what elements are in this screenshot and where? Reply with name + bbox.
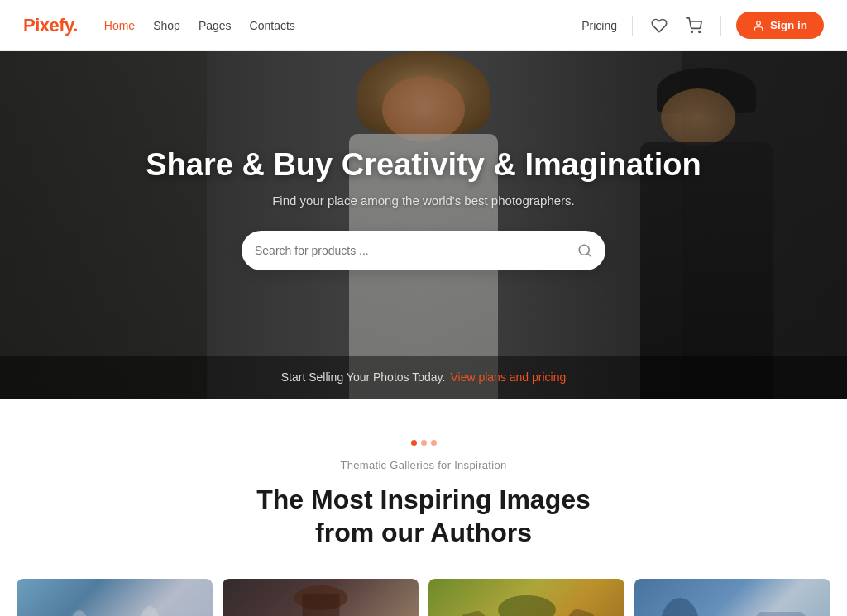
- signin-label: Sign in: [770, 19, 807, 31]
- hero-title: Share & Buy Creativity & Imagination: [146, 146, 701, 184]
- gallery-title-line2: from our Authors: [315, 518, 532, 547]
- main-nav: Home Shop Pages Contacts: [104, 19, 295, 32]
- gallery-card-travel-overlay: [634, 579, 830, 616]
- pricing-link[interactable]: Pricing: [581, 19, 617, 32]
- header-right: Pricing Sign in: [581, 12, 824, 39]
- gallery-title-line1: The Most Inspiring Images: [256, 485, 591, 514]
- header-divider-2: [720, 16, 721, 36]
- svg-point-0: [691, 31, 693, 32]
- signin-button[interactable]: Sign in: [736, 12, 824, 39]
- dot-2: [421, 440, 427, 446]
- user-icon: [753, 20, 764, 31]
- search-icon: [577, 243, 592, 258]
- cart-button[interactable]: [682, 14, 706, 37]
- gallery-card-fashion-overlay: [223, 579, 419, 616]
- logo[interactable]: Pixefy.: [23, 15, 78, 36]
- hero-section: Share & Buy Creativity & Imagination Fin…: [0, 51, 847, 399]
- search-input[interactable]: [255, 244, 577, 257]
- nav-shop[interactable]: Shop: [153, 19, 180, 32]
- gallery-card-family-overlay: [17, 579, 213, 616]
- logo-text: Pixefy: [23, 15, 73, 36]
- gallery-card-fashion[interactable]: Fashion: [223, 579, 419, 616]
- header-icons: [648, 14, 706, 37]
- heart-icon: [651, 17, 668, 34]
- search-bar: [242, 231, 605, 270]
- gallery-card-family[interactable]: Family: [17, 579, 213, 616]
- svg-point-2: [757, 21, 761, 25]
- dot-1: [411, 440, 417, 446]
- hero-content: Share & Buy Creativity & Imagination Fin…: [0, 51, 847, 399]
- hero-subtitle: Find your place among the world's best p…: [272, 193, 575, 208]
- nav-home[interactable]: Home: [104, 19, 135, 32]
- nav-contacts[interactable]: Contacts: [250, 19, 295, 32]
- header-left: Pixefy. Home Shop Pages Contacts: [23, 15, 295, 36]
- dot-3: [431, 440, 437, 446]
- hero-bottom-link[interactable]: View plans and pricing: [450, 370, 566, 384]
- cart-icon: [686, 17, 702, 34]
- hero-bottom-bar: Start Selling Your Photos Today. View pl…: [0, 356, 847, 399]
- gallery-card-travel[interactable]: Travel: [634, 579, 830, 616]
- gallery-section: Thematic Galleries for Inspiration The M…: [0, 399, 847, 616]
- header-divider: [632, 16, 633, 36]
- nav-pages[interactable]: Pages: [199, 19, 232, 32]
- svg-line-4: [587, 254, 590, 256]
- search-button[interactable]: [577, 243, 592, 258]
- wishlist-button[interactable]: [648, 14, 671, 37]
- gallery-title: The Most Inspiring Images from our Autho…: [256, 483, 591, 549]
- gallery-card-nature-overlay: [428, 579, 624, 616]
- section-dots: [411, 440, 437, 446]
- gallery-label: Thematic Galleries for Inspiration: [341, 459, 507, 471]
- logo-dot: .: [73, 15, 78, 36]
- svg-point-1: [699, 31, 701, 32]
- hero-bottom-text: Start Selling Your Photos Today.: [281, 370, 446, 384]
- gallery-card-nature[interactable]: Nature: [428, 579, 624, 616]
- header: Pixefy. Home Shop Pages Contacts Pricing…: [0, 0, 847, 51]
- gallery-grid: Family Fashion Nature: [0, 579, 847, 616]
